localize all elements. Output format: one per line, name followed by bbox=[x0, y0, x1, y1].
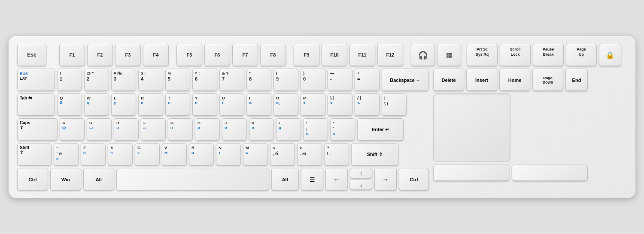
key-6[interactable]: ^ : 6 bbox=[192, 69, 217, 91]
key-delete[interactable]: Delete bbox=[433, 69, 464, 91]
key-f7[interactable]: F7 bbox=[232, 44, 258, 66]
key-space[interactable] bbox=[116, 168, 269, 190]
key-q[interactable]: Q й bbox=[57, 93, 82, 116]
key-f12[interactable]: F12 bbox=[377, 44, 403, 66]
key-4[interactable]: $ ; 4 bbox=[138, 69, 163, 91]
right-panel: Delete Insert Home PageDown End bbox=[433, 69, 588, 181]
key-u[interactable]: U г bbox=[219, 93, 244, 116]
key-esc[interactable]: Esc bbox=[17, 44, 46, 66]
key-backslash[interactable]: | \ / bbox=[382, 93, 407, 116]
key-slash[interactable]: ? / . bbox=[324, 143, 349, 165]
key-3[interactable]: # № 3 bbox=[111, 69, 136, 91]
main-keys: RUSLAT ! 1 @ " 2 # № 3 bbox=[17, 69, 429, 190]
key-enter[interactable]: Enter ↵ bbox=[357, 118, 404, 141]
key-0[interactable]: ) 0 bbox=[301, 69, 325, 91]
key-quote[interactable]: " ' э bbox=[330, 118, 355, 141]
key-f2[interactable]: F2 bbox=[87, 44, 113, 66]
key-f11[interactable]: F11 bbox=[349, 44, 375, 66]
key-right[interactable]: → bbox=[374, 168, 397, 190]
key-2[interactable]: @ " 2 bbox=[84, 69, 109, 91]
key-fingerprint[interactable]: ▦ bbox=[437, 44, 461, 66]
key-f10[interactable]: F10 bbox=[322, 44, 347, 66]
key-win[interactable]: Win bbox=[50, 168, 81, 190]
key-r[interactable]: R к bbox=[138, 93, 163, 116]
key-j[interactable]: J о bbox=[222, 118, 247, 141]
number-row: RUSLAT ! 1 @ " 2 # № 3 bbox=[17, 69, 429, 91]
key-semicolon[interactable]: : ; ж bbox=[303, 118, 328, 141]
asdf-row: Caps⇪ A ф S ы D в F bbox=[17, 118, 429, 141]
key-alt-right[interactable]: Alt bbox=[271, 168, 299, 190]
key-comma[interactable]: < , б bbox=[270, 143, 295, 165]
key-s[interactable]: S ы bbox=[87, 118, 112, 141]
key-y[interactable]: Y н bbox=[192, 93, 217, 116]
key-tilde[interactable]: ~ ` ё я bbox=[54, 143, 79, 165]
key-w[interactable]: W ц bbox=[84, 93, 109, 116]
key-o[interactable]: O щ bbox=[273, 93, 298, 116]
key-f3[interactable]: F3 bbox=[115, 44, 141, 66]
key-f9[interactable]: F9 bbox=[294, 44, 319, 66]
key-up[interactable]: ↑ bbox=[350, 168, 372, 178]
key-z[interactable]: Z я bbox=[81, 143, 106, 165]
key-equals[interactable]: + = bbox=[355, 69, 380, 91]
key-caps-lock[interactable]: Caps⇪ bbox=[17, 118, 58, 141]
key-mic[interactable]: 🎧 bbox=[411, 44, 435, 66]
key-9[interactable]: ( 9 bbox=[273, 69, 298, 91]
key-p[interactable]: P з bbox=[301, 93, 325, 116]
key-b[interactable]: B и bbox=[189, 143, 214, 165]
key-bracket-close[interactable]: { [ ъ bbox=[355, 93, 380, 116]
key-k[interactable]: K л bbox=[249, 118, 274, 141]
key-ctrl-right[interactable]: Ctrl bbox=[399, 168, 429, 190]
key-end[interactable]: End bbox=[565, 69, 588, 91]
keyboard: Esc F1 F2 F3 F4 F5 F6 F7 F8 F9 F10 F11 F… bbox=[9, 36, 635, 198]
key-7[interactable]: & ? 7 bbox=[219, 69, 244, 91]
key-alt-left[interactable]: Alt bbox=[83, 168, 114, 190]
key-g[interactable]: G п bbox=[168, 118, 193, 141]
keyboard-main: RUSLAT ! 1 @ " 2 # № 3 bbox=[17, 69, 627, 190]
key-period[interactable]: > . ю bbox=[297, 143, 322, 165]
key-down[interactable]: ↓ bbox=[350, 180, 372, 190]
key-left[interactable]: ← bbox=[325, 168, 348, 190]
key-pagedown[interactable]: PageDown bbox=[532, 69, 563, 91]
key-e[interactable]: E у bbox=[111, 93, 136, 116]
key-d[interactable]: D в bbox=[114, 118, 139, 141]
key-lock[interactable]: 🔒 bbox=[599, 44, 621, 66]
key-1[interactable]: ! 1 bbox=[57, 69, 82, 91]
key-f8[interactable]: F8 bbox=[260, 44, 286, 66]
key-shift-right[interactable]: Shift ⇧ bbox=[351, 143, 398, 165]
key-5[interactable]: % 5 bbox=[165, 69, 190, 91]
key-shift-left[interactable]: Shift⇧ bbox=[17, 143, 52, 165]
touchpad[interactable] bbox=[433, 93, 510, 162]
key-t[interactable]: T е bbox=[165, 93, 190, 116]
key-home[interactable]: Home bbox=[499, 69, 530, 91]
key-rus-lat[interactable]: RUSLAT bbox=[17, 69, 55, 91]
key-ctrl-left[interactable]: Ctrl bbox=[17, 168, 48, 190]
key-bracket-open[interactable]: } ] х bbox=[328, 93, 352, 116]
touchpad-right-btn[interactable] bbox=[512, 165, 588, 181]
key-m[interactable]: M ь bbox=[243, 143, 268, 165]
key-f5[interactable]: F5 bbox=[176, 44, 202, 66]
key-pause[interactable]: PauseBreak bbox=[533, 44, 564, 66]
key-f[interactable]: F а bbox=[141, 118, 166, 141]
key-prtsc[interactable]: Prt ScSys Rq bbox=[467, 44, 498, 66]
key-f6[interactable]: F6 bbox=[204, 44, 230, 66]
key-8[interactable]: * 8 bbox=[246, 69, 271, 91]
touchpad-left-btn[interactable] bbox=[433, 165, 509, 181]
key-menu[interactable]: ☰ bbox=[301, 168, 323, 190]
key-scroll-lock[interactable]: ScrollLock bbox=[500, 44, 531, 66]
key-insert[interactable]: Insert bbox=[466, 69, 497, 91]
key-f1[interactable]: F1 bbox=[59, 44, 85, 66]
key-pageup[interactable]: PageUp bbox=[566, 44, 597, 66]
key-n[interactable]: N т bbox=[216, 143, 241, 165]
nav-section: Prt ScSys Rq ScrollLock PauseBreak PageU… bbox=[467, 44, 621, 66]
key-x[interactable]: X ч bbox=[108, 143, 133, 165]
key-c[interactable]: C с bbox=[135, 143, 160, 165]
key-l[interactable]: L д bbox=[276, 118, 301, 141]
key-backspace[interactable]: Backspace ← bbox=[382, 69, 429, 91]
key-a[interactable]: A ф bbox=[60, 118, 85, 141]
key-i[interactable]: I ш bbox=[246, 93, 271, 116]
key-v[interactable]: V м bbox=[162, 143, 187, 165]
key-f4[interactable]: F4 bbox=[143, 44, 169, 66]
key-h[interactable]: H р bbox=[195, 118, 220, 141]
key-minus[interactable]: — - bbox=[328, 69, 352, 91]
key-tab[interactable]: Tab ⇆ bbox=[17, 93, 55, 116]
